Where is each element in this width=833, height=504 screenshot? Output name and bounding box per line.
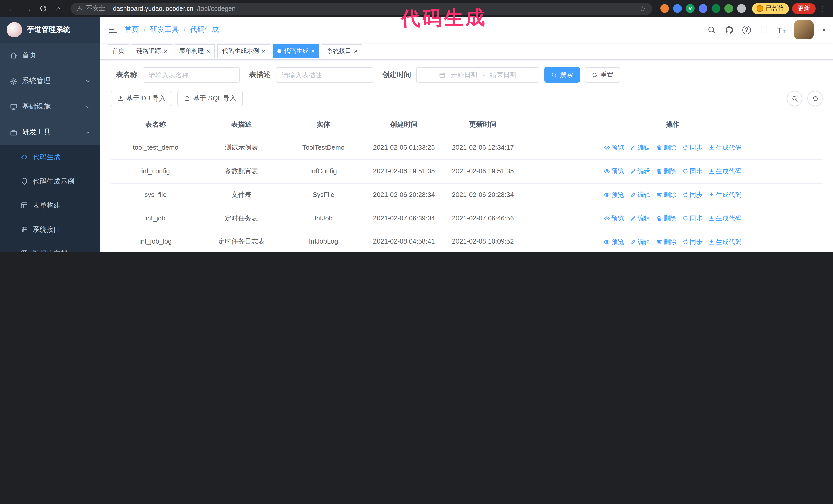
delete-icon	[656, 215, 662, 221]
close-tab-icon[interactable]: ×	[354, 48, 358, 54]
preview-link[interactable]: 预览	[603, 190, 624, 199]
table-name-input[interactable]	[143, 67, 240, 82]
sync-link[interactable]: 同步	[682, 214, 703, 223]
tab-item-5[interactable]: 系统接口×	[322, 44, 362, 58]
edit-link[interactable]: 编辑	[630, 143, 650, 152]
sync-link[interactable]: 同步	[682, 237, 703, 246]
browser-menu-icon[interactable]: ⋮	[816, 4, 828, 13]
date-end-placeholder[interactable]: 结束日期	[490, 70, 517, 79]
generate-code-link[interactable]: 生成代码	[708, 190, 741, 199]
refresh-icon	[812, 95, 818, 102]
breadcrumb-item-0[interactable]: 首页	[124, 25, 139, 34]
tab-label: 系统接口	[327, 47, 351, 55]
delete-link[interactable]: 删除	[656, 143, 676, 152]
preview-link[interactable]: 预览	[603, 237, 624, 246]
avatar-caret-icon[interactable]: ▾	[823, 26, 825, 33]
close-tab-icon[interactable]: ×	[206, 48, 210, 54]
import-db-button[interactable]: 基于 DB 导入	[111, 91, 172, 106]
fullscreen-icon[interactable]	[760, 25, 768, 34]
delete-link[interactable]: 删除	[656, 190, 676, 199]
sidebar-item-1[interactable]: 系统管理	[0, 68, 100, 94]
paused-badge-label: 已暂停	[766, 4, 784, 13]
sidebar-item-0[interactable]: 首页	[0, 43, 100, 68]
browser-home-button[interactable]: ⌂	[51, 1, 66, 16]
cell-table-desc: 测试示例表	[200, 136, 282, 160]
generate-code-link[interactable]: 生成代码	[708, 237, 741, 246]
extension-icon-puzzle[interactable]	[737, 4, 746, 13]
header-search-icon[interactable]	[708, 25, 716, 34]
logo-avatar	[7, 22, 22, 38]
toggle-search-button[interactable]	[787, 91, 802, 106]
browser-forward-button[interactable]: →	[21, 1, 35, 16]
edit-link[interactable]: 编辑	[630, 214, 650, 223]
search-button[interactable]: 搜索	[544, 67, 580, 82]
sidebar-subitem-0[interactable]: 代码生成	[0, 145, 100, 169]
breadcrumb-item-1[interactable]: 研发工具	[150, 25, 179, 34]
action-label: 预览	[611, 214, 624, 223]
tab-item-2[interactable]: 表单构建×	[174, 44, 215, 58]
sidebar-item-label: 首页	[22, 51, 37, 60]
extension-icon-people[interactable]	[699, 4, 708, 13]
import-sql-button[interactable]: 基于 SQL 导入	[177, 91, 243, 106]
tab-item-4[interactable]: 代码生成×	[273, 44, 319, 58]
tab-item-3[interactable]: 代码生成示例×	[217, 44, 270, 58]
sidebar-subitem-3[interactable]: 系统接口	[0, 217, 100, 241]
extension-icon-leaf[interactable]	[724, 4, 733, 13]
help-icon[interactable]: ?	[742, 25, 751, 34]
refresh-table-button[interactable]	[807, 91, 823, 106]
create-time-range-picker[interactable]: 开始日期 - 结束日期	[416, 67, 539, 82]
cell-created: 2021-02-06 19:51:35	[364, 160, 444, 183]
collapse-sidebar-button[interactable]	[108, 25, 117, 34]
close-tab-icon[interactable]: ×	[164, 48, 167, 54]
generate-code-link[interactable]: 生成代码	[708, 143, 741, 152]
table-desc-input[interactable]	[276, 67, 373, 82]
close-tab-icon[interactable]: ×	[311, 48, 315, 54]
sidebar-item-3[interactable]: 研发工具	[0, 119, 100, 145]
generate-code-link[interactable]: 生成代码	[708, 214, 741, 223]
action-label: 同步	[690, 214, 703, 223]
extension-icon-orange[interactable]	[660, 4, 669, 13]
sidebar-logo[interactable]: 芋道管理系统	[0, 17, 100, 43]
bookmark-star-icon[interactable]: ☆	[640, 4, 646, 13]
browser-reload-button[interactable]	[36, 1, 50, 16]
tab-item-0[interactable]: 首页	[108, 44, 129, 58]
tab-item-1[interactable]: 链路追踪×	[132, 44, 172, 58]
update-button[interactable]: 更新	[792, 3, 815, 14]
preview-link[interactable]: 预览	[603, 143, 624, 152]
refresh-icon	[682, 215, 688, 221]
extension-icon-blue[interactable]	[673, 4, 682, 13]
cell-table-desc: 参数配置表	[200, 160, 282, 183]
delete-link[interactable]: 删除	[656, 237, 676, 246]
preview-link[interactable]: 预览	[603, 214, 624, 223]
github-icon[interactable]	[725, 25, 734, 34]
edit-link[interactable]: 编辑	[630, 237, 650, 246]
tab-label: 代码生成	[284, 47, 309, 55]
user-avatar[interactable]	[794, 20, 814, 40]
font-size-icon[interactable]: TT	[777, 25, 786, 34]
security-label[interactable]: 不安全	[86, 4, 105, 13]
sidebar-subitem-2[interactable]: 表单构建	[0, 193, 100, 217]
preview-link[interactable]: 预览	[603, 167, 624, 176]
top-navbar: 首页/研发工具/代码生成 ? TT ▾	[100, 17, 833, 43]
sidebar-subitem-1[interactable]: 代码生成示例	[0, 169, 100, 193]
address-bar[interactable]: ⚠ 不安全 dashboard.yudao.iocoder.cn/tool/co…	[71, 2, 652, 15]
sidebar-subitem-4[interactable]: 数据库文档	[0, 241, 100, 252]
close-tab-icon[interactable]: ×	[261, 48, 265, 54]
browser-back-button[interactable]: ←	[5, 1, 20, 16]
table-row: sys_file文件表SysFile2021-02-06 20:28:34202…	[111, 183, 823, 207]
extension-icon-teal[interactable]	[712, 4, 720, 13]
sync-link[interactable]: 同步	[682, 143, 703, 152]
sidebar-item-2[interactable]: 基础设施	[0, 94, 100, 119]
edit-link[interactable]: 编辑	[630, 167, 650, 176]
generate-code-link[interactable]: 生成代码	[708, 167, 741, 176]
delete-link[interactable]: 删除	[656, 167, 676, 176]
edit-link[interactable]: 编辑	[630, 190, 650, 199]
breadcrumb-item-2[interactable]: 代码生成	[190, 25, 219, 34]
sync-link[interactable]: 同步	[682, 167, 703, 176]
sync-link[interactable]: 同步	[682, 190, 703, 199]
extension-icon-green-v[interactable]: V	[686, 4, 695, 13]
date-start-placeholder[interactable]: 开始日期	[451, 70, 477, 79]
paused-badge[interactable]: 已暂停	[752, 3, 789, 14]
delete-link[interactable]: 删除	[656, 214, 676, 223]
reset-button[interactable]: 重置	[585, 67, 620, 82]
